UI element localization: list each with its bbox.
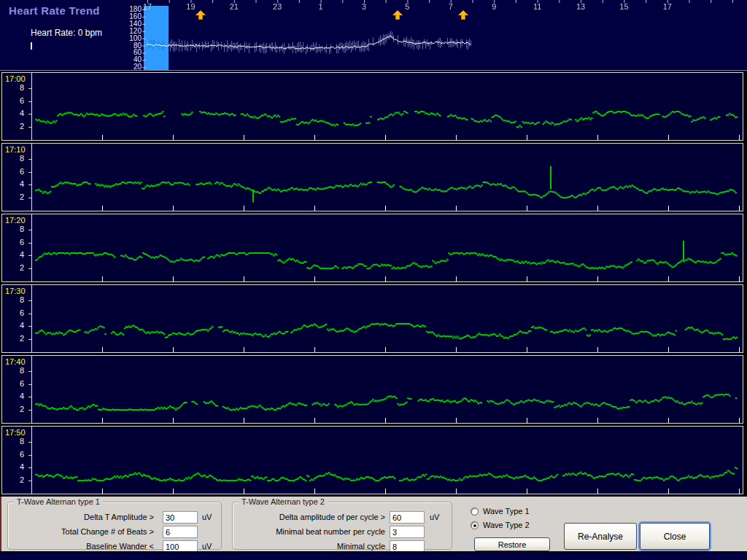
field-label: Minimal cycle (237, 542, 385, 551)
strip-y-tick-label: 6 (5, 96, 24, 105)
waveform-strip-1730: 17:308642 (1, 284, 743, 353)
strip-y-tick-label: 4 (5, 462, 24, 471)
re-analyse-button[interactable]: Re-Analyse (564, 523, 637, 550)
waveform-strip-1720: 17:208642 (1, 214, 743, 282)
field-label: Delta T Amplitude > (12, 513, 154, 521)
strip-time-label: 17:40 (5, 357, 26, 366)
strip-y-tick-label: 2 (5, 263, 24, 272)
field-input[interactable] (390, 511, 425, 524)
heart-rate-trend-window: Heart Rate Trend Heart Rate: 0 bpm 18016… (0, 0, 747, 560)
twa-type1-groupbox: T-Wave Alternan type 1 Delta T Amplitude… (7, 502, 222, 550)
field-unit: uV (202, 513, 212, 521)
strip-time-label: 17:50 (5, 428, 26, 437)
field-row: Delta T Amplitude >uV (8, 511, 221, 524)
window-bottom-bar (0, 551, 747, 560)
radio-label: Wave Type 2 (483, 521, 530, 529)
trend-x-tick-label: 1 (319, 2, 323, 11)
trend-x-tick-label: 23 (273, 2, 282, 11)
trend-x-tick-label: 11 (533, 2, 541, 11)
strip-y-tick-label: 2 (5, 475, 24, 484)
strip-y-tick-label: 2 (5, 405, 24, 413)
strip-y-tick-label: 6 (5, 379, 24, 388)
field-unit: uV (202, 542, 212, 551)
strip-y-tick-label: 4 (5, 392, 24, 400)
waveform-strip-1740: 17:408642 (1, 355, 743, 424)
strip-y-tick-label: 4 (5, 109, 24, 117)
field-label: Baseline Wander < (12, 542, 154, 551)
strip-y-tick-label: 8 (5, 437, 24, 446)
field-row: Delta amplitude of per cycle >uV (233, 511, 452, 524)
trend-x-tick-label: 21 (230, 2, 239, 11)
strip-waveform-canvas[interactable] (32, 356, 743, 423)
strip-y-tick-label: 8 (5, 366, 24, 375)
strip-y-tick-label: 8 (5, 154, 24, 163)
strip-waveform-canvas[interactable] (32, 214, 743, 281)
text-cursor-mark (31, 42, 32, 50)
trend-x-tick-label: 3 (362, 2, 366, 11)
strip-time-label: 17:30 (5, 287, 26, 295)
page-title: Heart Rate Trend (9, 4, 100, 17)
trend-x-tick-label: 19 (186, 2, 195, 11)
strip-y-tick-label: 8 (5, 225, 24, 233)
strip-y-tick-label: 4 (5, 321, 24, 330)
control-panel: T-Wave Alternan type 1 Delta T Amplitude… (0, 497, 747, 551)
field-unit: uV (430, 513, 439, 521)
strip-y-tick-label: 6 (5, 167, 24, 176)
field-label: Delta amplitude of per cycle > (237, 513, 385, 521)
strip-y-tick-label: 8 (5, 295, 24, 304)
field-input[interactable] (390, 526, 425, 538)
strip-y-tick-label: 8 (5, 83, 24, 92)
trend-x-tick-label: 17 (663, 2, 672, 11)
twa-type2-groupbox: T-Wave Alternan type 2 Delta amplitude o… (232, 502, 452, 550)
waveform-strip-1750: 17:508642 (1, 426, 743, 494)
field-label: Minimal beat number per cycle (237, 527, 385, 536)
trend-y-tick-label: 20 (124, 63, 142, 71)
strip-waveform-canvas[interactable] (32, 144, 743, 211)
trend-x-tick-label: 17 (143, 2, 152, 11)
heart-rate-readout: Heart Rate: 0 bpm (31, 28, 102, 38)
field-row: Total Change # of Beats > (8, 526, 221, 539)
field-row: Minimal beat number per cycle (233, 526, 452, 539)
trend-x-tick-label: 9 (492, 2, 496, 11)
waveform-strip-1710: 17:108642 (1, 143, 743, 211)
strip-y-tick-label: 2 (5, 334, 24, 343)
trend-x-tick-label: 15 (619, 2, 628, 11)
radio-dot-icon (473, 524, 476, 527)
strip-y-tick-label: 2 (5, 122, 24, 131)
strip-waveform-canvas[interactable] (32, 73, 743, 140)
trend-panel: Heart Rate Trend Heart Rate: 0 bpm 18016… (0, 0, 747, 71)
trend-x-tick-label: 5 (405, 2, 409, 11)
strip-y-tick-label: 6 (5, 238, 24, 246)
field-input[interactable] (163, 526, 198, 538)
strip-y-tick-label: 6 (5, 450, 24, 459)
field-label: Total Change # of Beats > (12, 527, 154, 536)
strip-y-tick-label: 6 (5, 308, 24, 317)
strip-y-tick-label: 4 (5, 179, 24, 188)
up-arrow-icon (458, 10, 468, 20)
up-arrow-icon (392, 10, 403, 20)
up-arrow-icon (196, 10, 206, 20)
trend-x-tick-label: 13 (576, 2, 585, 11)
radio-circle-icon (471, 521, 479, 529)
twa-type2-title: T-Wave Alternan type 2 (239, 497, 328, 506)
window-left-edge (0, 497, 1, 551)
field-input[interactable] (163, 511, 198, 524)
strip-waveform-canvas[interactable] (32, 285, 743, 352)
strip-time-label: 17:10 (5, 145, 26, 154)
close-button[interactable]: Close (640, 523, 710, 550)
strip-y-tick-label: 2 (5, 192, 24, 201)
strip-y-tick-label: 4 (5, 250, 24, 259)
strip-time-label: 17:00 (5, 74, 26, 83)
waveform-strip-1700: 17:008642 (1, 72, 743, 141)
strip-waveform-canvas[interactable] (32, 427, 743, 494)
twa-type1-title: T-Wave Alternan type 1 (14, 497, 103, 506)
strip-time-label: 17:20 (5, 216, 26, 225)
restore-button[interactable]: Restore (474, 537, 550, 551)
radio-label: Wave Type 1 (483, 507, 530, 516)
radio-circle-icon (471, 508, 479, 516)
trend-x-tick-label: 7 (449, 2, 453, 11)
